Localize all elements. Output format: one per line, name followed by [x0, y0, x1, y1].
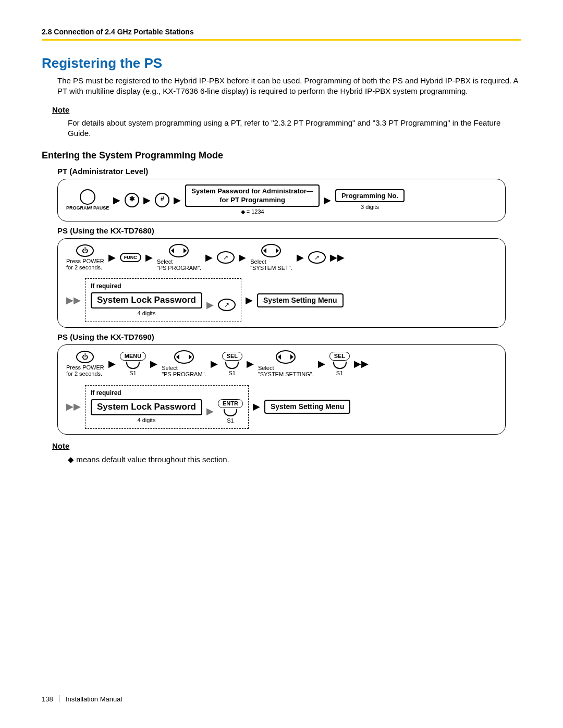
arrow-icon: ▶ [143, 194, 151, 206]
nav-key-icon [169, 244, 189, 257]
talk-key-icon: ↗ [308, 251, 326, 264]
system-lock-password-box: System Lock Password [91, 292, 202, 309]
func-key-icon: FUNC [120, 253, 141, 262]
four-digits-note: 4 digits [138, 310, 156, 317]
s1-caption: S1 [229, 370, 236, 376]
select-psprogram-caption: Select "PS PROGRAM". [157, 258, 201, 271]
note-text-1: For details about system programming usi… [68, 118, 521, 139]
arrow-icon: ▶ [113, 194, 120, 206]
arrow-icon: ▶ [318, 357, 325, 370]
program-pause-caption: PROGRAM/ PAUSE [66, 206, 109, 211]
s1-caption: S1 [336, 370, 343, 376]
nav-key-icon [276, 350, 296, 364]
arrow-icon: ▶ [324, 194, 331, 206]
system-setting-menu-box: System Setting Menu [257, 293, 344, 307]
s1-caption: S1 [227, 417, 234, 424]
arrow-icon: ▶ [206, 299, 214, 311]
arrow-icon: ▶ [239, 251, 246, 264]
sel-softkey-icon: SEL [329, 352, 350, 369]
arrow-icon: ▶ [108, 357, 116, 370]
ps7680-flow: ⏻ Press POWER for 2 seconds. ▶ FUNC ▶ Se… [57, 238, 506, 328]
arrow-icon: ▶ [108, 251, 116, 264]
pt-admin-label: PT (Administrator Level) [57, 166, 521, 177]
intro-paragraph: The PS must be registered to the Hybrid … [57, 76, 521, 97]
arrow-icon: ▶▶ [330, 251, 345, 264]
arrow-icon: ▶ [211, 357, 218, 370]
talk-key-icon: ↗ [218, 299, 236, 311]
talk-key-icon: ↗ [217, 251, 235, 264]
power-key-icon: ⏻ [76, 351, 94, 363]
select-systemsetting-caption: Select "SYSTEM SETTING". [258, 365, 314, 377]
arrow-cont-icon: ▶▶ [66, 294, 81, 306]
arrow-icon: ▶ [174, 194, 181, 206]
header-rule [42, 39, 521, 41]
footer: 138 Installation Manual [42, 695, 122, 704]
section-title: Registering the PS [42, 54, 521, 72]
arrow-icon: ▶ [205, 251, 213, 264]
nav-key-icon [174, 350, 194, 364]
if-required-label: If required [91, 282, 236, 290]
select-systemset-caption: Select "SYSTEM SET". [250, 258, 292, 271]
note-label-2: Note [52, 441, 521, 451]
system-setting-menu-box: System Setting Menu [264, 400, 351, 414]
entr-softkey-icon: ENTR [218, 399, 243, 416]
arrow-icon: ▶ [206, 405, 214, 417]
default-value-note: ◆ = 1234 [241, 208, 264, 216]
sys-password-box: System Password for Administrator— for P… [185, 184, 320, 207]
power-caption: Press POWER for 2 seconds. [66, 364, 104, 377]
running-header: 2.8 Connection of 2.4 GHz Portable Stati… [42, 27, 521, 37]
arrow-icon: ▶ [150, 357, 157, 370]
program-pause-key-icon [80, 189, 95, 205]
menu-softkey-icon: MENU [120, 352, 146, 369]
page-number: 138 [42, 695, 53, 703]
pt-admin-flow: PROGRAM/ PAUSE ▶ ✱ ▶ # ▶ System Password… [57, 179, 506, 221]
s1-caption: S1 [129, 370, 136, 376]
arrow-icon: ▶ [247, 357, 254, 370]
arrow-cont-icon: ▶▶ [66, 400, 81, 413]
if-required-label: If required [91, 389, 243, 397]
if-required-group: If required System Lock Password 4 digit… [85, 278, 241, 322]
ps7690-flow: ⏻ Press POWER for 2 seconds. ▶ MENU S1 ▶… [57, 344, 506, 434]
arrow-icon: ▶▶ [354, 357, 369, 370]
arrow-icon: ▶ [253, 400, 260, 413]
ps7690-label: PS (Using the KX-TD7690) [57, 332, 521, 342]
four-digits-note: 4 digits [138, 416, 156, 424]
hash-key-icon: # [155, 193, 169, 207]
power-caption: Press POWER for 2 seconds. [66, 258, 104, 270]
system-lock-password-box: System Lock Password [91, 399, 202, 415]
if-required-group: If required System Lock Password 4 digit… [85, 385, 249, 429]
note-text-2: ◆ means default value throughout this se… [68, 454, 521, 465]
star-key-icon: ✱ [125, 193, 139, 207]
arrow-icon: ▶ [246, 294, 253, 306]
programming-no-box: Programming No. [335, 189, 405, 203]
footer-doc-title: Installation Manual [66, 695, 122, 703]
power-key-icon: ⏻ [76, 244, 94, 257]
ps7680-label: PS (Using the KX-TD7680) [57, 226, 521, 236]
subsection-title: Entering the System Programming Mode [42, 149, 521, 162]
select-psprogram-caption: Select "PS PROGRAM". [162, 365, 206, 377]
note-label-1: Note [52, 105, 521, 115]
arrow-icon: ▶ [297, 251, 304, 264]
digits-note: 3 digits [361, 203, 379, 211]
sel-softkey-icon: SEL [222, 352, 242, 369]
nav-key-icon [261, 244, 281, 257]
arrow-icon: ▶ [145, 251, 153, 264]
